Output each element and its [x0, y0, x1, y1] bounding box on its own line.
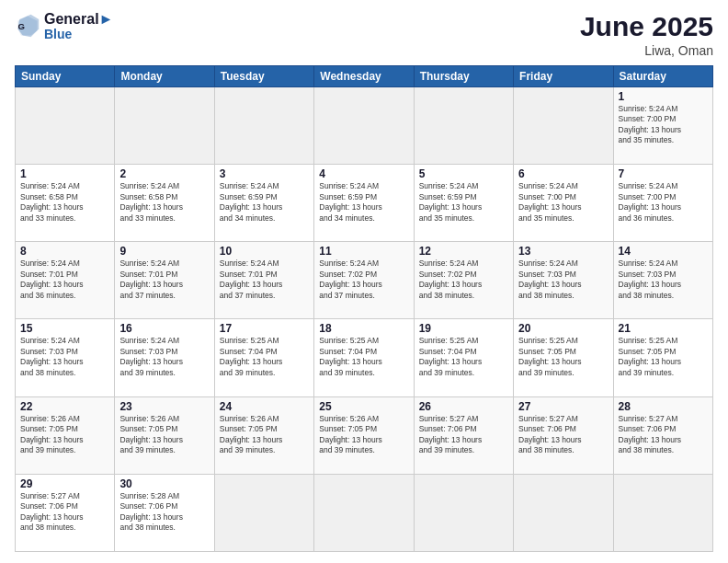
day-number: 24: [220, 400, 309, 413]
day-number: 3: [220, 167, 309, 180]
week-row-1: 1Sunrise: 5:24 AM Sunset: 6:58 PM Daylig…: [16, 165, 713, 242]
day-cell: [214, 474, 313, 551]
day-cell: 30Sunrise: 5:28 AM Sunset: 7:06 PM Dayli…: [115, 474, 214, 551]
calendar-table: SundayMondayTuesdayWednesdayThursdayFrid…: [15, 65, 713, 552]
day-cell: 17Sunrise: 5:25 AM Sunset: 7:04 PM Dayli…: [214, 319, 313, 396]
day-number: 20: [518, 322, 608, 335]
week-row-0: 1Sunrise: 5:24 AM Sunset: 7:00 PM Daylig…: [16, 87, 713, 165]
day-info: Sunrise: 5:24 AM Sunset: 7:02 PM Dayligh…: [419, 259, 508, 301]
week-row-5: 29Sunrise: 5:27 AM Sunset: 7:06 PM Dayli…: [16, 474, 713, 551]
day-cell: 13Sunrise: 5:24 AM Sunset: 7:03 PM Dayli…: [514, 242, 613, 319]
header: G General► Blue June 2025 Liwa, Oman: [15, 11, 713, 58]
day-number: 4: [319, 167, 408, 180]
day-number: 21: [619, 322, 708, 335]
day-number: 15: [20, 322, 109, 335]
day-cell: 29Sunrise: 5:27 AM Sunset: 7:06 PM Dayli…: [16, 474, 115, 551]
day-info: Sunrise: 5:25 AM Sunset: 7:05 PM Dayligh…: [518, 336, 608, 378]
day-info: Sunrise: 5:27 AM Sunset: 7:06 PM Dayligh…: [518, 414, 608, 456]
day-info: Sunrise: 5:24 AM Sunset: 7:03 PM Dayligh…: [518, 259, 608, 301]
logo-text: General► Blue: [44, 11, 113, 41]
day-info: Sunrise: 5:24 AM Sunset: 7:01 PM Dayligh…: [220, 259, 309, 301]
day-cell: 10Sunrise: 5:24 AM Sunset: 7:01 PM Dayli…: [214, 242, 313, 319]
day-info: Sunrise: 5:24 AM Sunset: 7:03 PM Dayligh…: [119, 336, 209, 378]
day-info: Sunrise: 5:26 AM Sunset: 7:05 PM Dayligh…: [220, 414, 309, 456]
day-cell: 28Sunrise: 5:27 AM Sunset: 7:06 PM Dayli…: [613, 396, 712, 474]
day-info: Sunrise: 5:24 AM Sunset: 6:59 PM Dayligh…: [419, 181, 508, 224]
day-info: Sunrise: 5:26 AM Sunset: 7:05 PM Dayligh…: [319, 414, 408, 456]
day-number: 7: [619, 167, 708, 180]
title-block: June 2025 Liwa, Oman: [580, 11, 713, 58]
day-cell: 8Sunrise: 5:24 AM Sunset: 7:01 PM Daylig…: [16, 242, 115, 319]
day-cell: [214, 87, 313, 165]
day-number: 6: [518, 167, 608, 180]
day-number: 8: [20, 245, 109, 258]
day-number: 1: [619, 90, 708, 103]
col-header-monday: Monday: [115, 66, 214, 87]
day-number: 29: [20, 477, 109, 490]
day-cell: [314, 474, 414, 551]
day-info: Sunrise: 5:26 AM Sunset: 7:05 PM Dayligh…: [119, 414, 209, 456]
day-number: 19: [419, 322, 508, 335]
day-number: 26: [419, 400, 508, 413]
day-number: 14: [619, 245, 708, 258]
day-cell: 5Sunrise: 5:24 AM Sunset: 6:59 PM Daylig…: [414, 165, 513, 242]
day-number: 18: [319, 322, 408, 335]
day-cell: 2Sunrise: 5:24 AM Sunset: 6:58 PM Daylig…: [115, 165, 214, 242]
day-number: 11: [319, 245, 408, 258]
day-cell: 1Sunrise: 5:24 AM Sunset: 7:00 PM Daylig…: [613, 87, 712, 165]
logo: G General► Blue: [15, 11, 113, 41]
day-info: Sunrise: 5:24 AM Sunset: 7:00 PM Dayligh…: [518, 181, 608, 224]
day-number: 5: [419, 167, 508, 180]
day-cell: 3Sunrise: 5:24 AM Sunset: 6:59 PM Daylig…: [214, 165, 313, 242]
day-info: Sunrise: 5:24 AM Sunset: 7:01 PM Dayligh…: [119, 259, 209, 301]
col-header-tuesday: Tuesday: [214, 66, 313, 87]
logo-icon: G: [15, 13, 40, 39]
day-cell: [16, 87, 115, 165]
location: Liwa, Oman: [580, 43, 713, 58]
day-info: Sunrise: 5:26 AM Sunset: 7:05 PM Dayligh…: [20, 414, 109, 456]
day-number: 12: [419, 245, 508, 258]
calendar-page: G General► Blue June 2025 Liwa, Oman Sun…: [0, 0, 728, 563]
week-row-4: 22Sunrise: 5:26 AM Sunset: 7:05 PM Dayli…: [16, 396, 713, 474]
day-info: Sunrise: 5:25 AM Sunset: 7:04 PM Dayligh…: [220, 336, 309, 378]
day-info: Sunrise: 5:24 AM Sunset: 6:59 PM Dayligh…: [319, 181, 408, 224]
day-cell: [314, 87, 414, 165]
day-info: Sunrise: 5:28 AM Sunset: 7:06 PM Dayligh…: [119, 491, 209, 534]
day-number: 17: [220, 322, 309, 335]
day-cell: 25Sunrise: 5:26 AM Sunset: 7:05 PM Dayli…: [314, 396, 414, 474]
day-info: Sunrise: 5:24 AM Sunset: 7:03 PM Dayligh…: [619, 259, 708, 301]
day-info: Sunrise: 5:27 AM Sunset: 7:06 PM Dayligh…: [20, 491, 109, 534]
day-cell: 6Sunrise: 5:24 AM Sunset: 7:00 PM Daylig…: [514, 165, 613, 242]
col-header-thursday: Thursday: [414, 66, 513, 87]
day-cell: 19Sunrise: 5:25 AM Sunset: 7:04 PM Dayli…: [414, 319, 513, 396]
day-cell: [414, 87, 513, 165]
day-number: 30: [119, 477, 209, 490]
day-cell: 20Sunrise: 5:25 AM Sunset: 7:05 PM Dayli…: [514, 319, 613, 396]
day-info: Sunrise: 5:25 AM Sunset: 7:04 PM Dayligh…: [419, 336, 508, 378]
day-cell: [514, 474, 613, 551]
day-cell: 22Sunrise: 5:26 AM Sunset: 7:05 PM Dayli…: [16, 396, 115, 474]
day-cell: [414, 474, 513, 551]
day-number: 1: [20, 167, 109, 180]
day-cell: 9Sunrise: 5:24 AM Sunset: 7:01 PM Daylig…: [115, 242, 214, 319]
day-info: Sunrise: 5:24 AM Sunset: 7:00 PM Dayligh…: [619, 104, 708, 146]
day-number: 22: [20, 400, 109, 413]
col-header-wednesday: Wednesday: [314, 66, 414, 87]
day-cell: [115, 87, 214, 165]
day-info: Sunrise: 5:24 AM Sunset: 7:00 PM Dayligh…: [619, 181, 708, 224]
day-cell: 21Sunrise: 5:25 AM Sunset: 7:05 PM Dayli…: [613, 319, 712, 396]
day-info: Sunrise: 5:25 AM Sunset: 7:05 PM Dayligh…: [619, 336, 708, 378]
day-info: Sunrise: 5:27 AM Sunset: 7:06 PM Dayligh…: [619, 414, 708, 456]
day-cell: 27Sunrise: 5:27 AM Sunset: 7:06 PM Dayli…: [514, 396, 613, 474]
day-cell: 18Sunrise: 5:25 AM Sunset: 7:04 PM Dayli…: [314, 319, 414, 396]
day-cell: [514, 87, 613, 165]
day-number: 28: [619, 400, 708, 413]
day-cell: 11Sunrise: 5:24 AM Sunset: 7:02 PM Dayli…: [314, 242, 414, 319]
day-info: Sunrise: 5:24 AM Sunset: 6:58 PM Dayligh…: [119, 181, 209, 224]
col-header-friday: Friday: [514, 66, 613, 87]
day-cell: 26Sunrise: 5:27 AM Sunset: 7:06 PM Dayli…: [414, 396, 513, 474]
day-info: Sunrise: 5:24 AM Sunset: 6:59 PM Dayligh…: [220, 181, 309, 224]
day-info: Sunrise: 5:24 AM Sunset: 7:03 PM Dayligh…: [20, 336, 109, 378]
day-cell: 12Sunrise: 5:24 AM Sunset: 7:02 PM Dayli…: [414, 242, 513, 319]
day-cell: [613, 474, 712, 551]
